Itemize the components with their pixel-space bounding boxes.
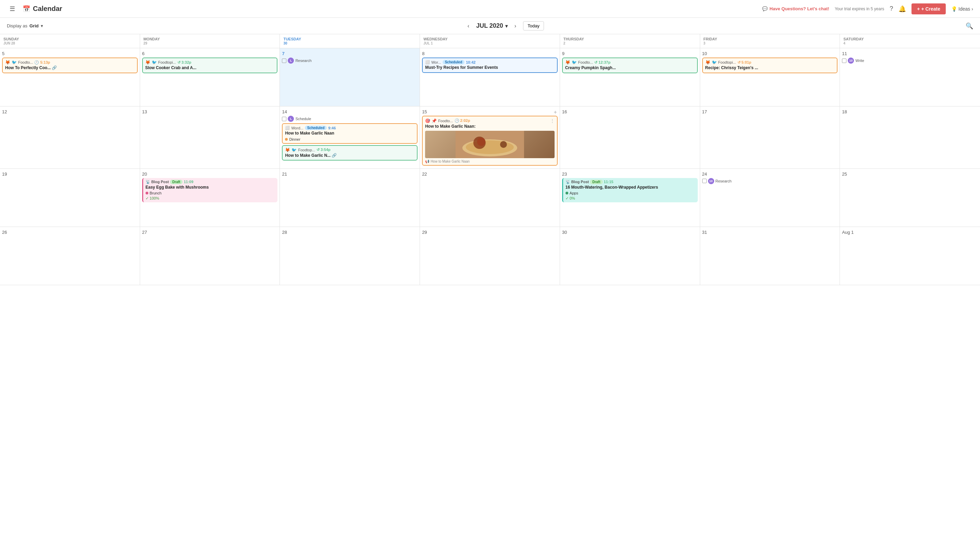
cell-25: 25: [840, 169, 980, 226]
prev-month-button[interactable]: ‹: [465, 21, 472, 30]
cell-23: 23 📡 Blog Post Draft 11:15 16 Mouth-Wate…: [560, 169, 700, 226]
cell-28b: 28: [280, 227, 420, 285]
channel-label: Foodtop...: [298, 148, 315, 152]
calendar-icon: 📅: [23, 5, 30, 13]
event-title: How to Make Garlic Naan:: [425, 124, 554, 130]
header-monday: MONDAY29: [140, 34, 280, 48]
event-how-to-perfectly[interactable]: 🦊 🐦 Foodto... 🕐 5:13p How To Perfectly C…: [2, 57, 138, 73]
bulb-icon: 💡: [951, 6, 957, 11]
event-must-try[interactable]: ⬜ Wor... Scheduled 10:42 Must-Try Recipe…: [422, 57, 557, 73]
cell-20: 20 📡 Blog Post Draft 11:09 Easy Egg Bake…: [140, 169, 280, 226]
week-row-1: 5 🦊 🐦 Foodto... 🕐 5:13p How To Perfectly…: [0, 48, 980, 107]
event-research-2[interactable]: 10 Research: [702, 178, 838, 184]
nav-controls: ‹ JUL 2020 ▾ › Today: [465, 21, 544, 30]
event-slow-cooker[interactable]: 🦊 🐦 Foodtopi... ↺ 3:32p Slow Cooker Crab…: [142, 57, 278, 73]
event-schedule[interactable]: L Schedule: [282, 116, 418, 122]
add-event-plus[interactable]: +: [554, 109, 557, 115]
week-row-4: 26 27 28 29 30 31 Aug 1: [0, 227, 980, 285]
event-title: How to Make Garlic N... 🔗: [285, 153, 414, 159]
event-title: Recipe: Chrissy Teigen's ...: [705, 66, 835, 71]
pin-icon: 📌: [432, 118, 437, 123]
cell-aug1: Aug 1: [840, 227, 980, 285]
fox-icon: 🦊: [5, 60, 10, 65]
naan-promo-text: 📢 How to Make Garlic Naan: [425, 159, 554, 163]
menu-button[interactable]: ☰: [7, 4, 18, 14]
twitter-icon: 🐦: [712, 60, 717, 65]
task-label: Schedule: [295, 117, 311, 121]
task-label: Research: [715, 179, 732, 183]
event-egg-bake[interactable]: 📡 Blog Post Draft 11:09 Easy Egg Bake wi…: [142, 178, 278, 203]
scheduled-badge: Scheduled: [442, 60, 465, 64]
event-research-1[interactable]: L Research: [282, 57, 418, 64]
event-title: How To Perfectly Coo... 🔗: [5, 66, 135, 71]
event-garlic-naan-social[interactable]: 🦊 🐦 Foodtop... ↺ 3:54p How to Make Garli…: [282, 145, 418, 161]
search-icon[interactable]: 🔍: [965, 22, 973, 30]
cell-15: 15 + 🎯 📌 Foodto... 🕑 2:02p ⋮ How to Make…: [420, 107, 560, 168]
wordpress-icon: ⬜: [425, 60, 430, 64]
nav-right: 💬 Have Questions? Let's chat! Your trial…: [762, 3, 973, 15]
cell-14: 14 L Schedule ⬜ Word... Scheduled 9:46 H…: [280, 107, 420, 168]
event-bacon-appetizers[interactable]: 📡 Blog Post Draft 11:15 16 Mouth-Waterin…: [562, 178, 698, 203]
date-27: 27: [142, 230, 278, 235]
scheduled-badge: Scheduled: [305, 126, 327, 130]
checkbox-icon[interactable]: [842, 59, 847, 63]
top-nav: ☰ 📅 Calendar 💬 Have Questions? Let's cha…: [0, 0, 980, 18]
chevron-right-icon: ›: [972, 6, 973, 11]
task-label: Write: [855, 59, 864, 62]
chat-link[interactable]: 💬 Have Questions? Let's chat!: [762, 6, 829, 11]
rss-icon: 📡: [566, 180, 571, 184]
event-chrissy[interactable]: 🦊 🐦 Foodtopi... ↺ 5:01p Recipe: Chrissy …: [702, 57, 838, 73]
cell-fri3: 10 🦊 🐦 Foodtopi... ↺ 5:01p Recipe: Chris…: [700, 48, 840, 106]
date-31: 31: [702, 230, 838, 235]
date-15: 15: [422, 109, 557, 114]
fox-icon: 🦊: [705, 60, 710, 65]
notification-icon[interactable]: 🔔: [898, 5, 906, 13]
date-24: 24: [702, 172, 838, 177]
tag-dot: [566, 192, 568, 194]
twitter-icon: 🐦: [291, 148, 297, 152]
help-icon[interactable]: ?: [890, 5, 893, 12]
event-time: 9:46: [328, 126, 336, 130]
checkbox-icon[interactable]: [282, 117, 286, 121]
chevron-down-icon[interactable]: ▾: [41, 23, 43, 28]
event-time: 🕑 2:02p: [455, 118, 470, 123]
date-11: 11: [842, 51, 978, 56]
chat-icon: 💬: [762, 6, 768, 11]
month-chevron-icon[interactable]: ▾: [505, 23, 508, 29]
date-30b: 30: [562, 230, 698, 235]
header-tuesday: TUESDAY30: [280, 34, 420, 48]
event-time: ↺ 12:37p: [594, 60, 610, 65]
more-options-icon[interactable]: ⋮: [550, 118, 554, 123]
date-7: 7: [282, 51, 418, 56]
promo-icon: 📢: [425, 159, 429, 163]
display-as: Display as Grid ▾: [7, 23, 43, 28]
channel-label: Foodto...: [438, 119, 453, 123]
channel-label: Wor...: [431, 60, 441, 64]
today-button[interactable]: Today: [523, 21, 544, 30]
date-26: 26: [2, 230, 138, 235]
next-month-button[interactable]: ›: [512, 21, 519, 30]
app-title: 📅 Calendar: [23, 5, 62, 13]
checkbox-icon[interactable]: [702, 179, 707, 183]
nav-left: ☰ 📅 Calendar: [7, 4, 62, 14]
avatar: L: [288, 116, 294, 122]
header-friday: FRIDAY3: [700, 34, 840, 48]
checkbox-icon[interactable]: [282, 59, 286, 63]
twitter-icon: 🐦: [12, 60, 17, 65]
channel-label: Foodto...: [18, 60, 33, 64]
ideas-button[interactable]: 💡 Ideas ›: [951, 6, 973, 11]
tag-label: Apps: [570, 191, 578, 195]
event-write[interactable]: 10 Write: [842, 57, 978, 64]
header-saturday: SATURDAY4: [840, 34, 980, 48]
apps-tag: Apps: [566, 191, 578, 195]
header-wednesday: WEDNESDAYJul 1: [420, 34, 560, 48]
create-button[interactable]: + + Create: [911, 3, 946, 15]
date-12: 12: [2, 109, 138, 114]
event-garlic-naan-blog[interactable]: ⬜ Word... Scheduled 9:46 How to Make Gar…: [282, 123, 418, 144]
event-title: Creamy Pumpkin Spagh...: [565, 66, 695, 71]
svg-point-4: [477, 138, 485, 146]
event-garlic-naan-featured[interactable]: 🎯 📌 Foodto... 🕑 2:02p ⋮ How to Make Garl…: [422, 116, 557, 166]
task-label: Research: [295, 59, 311, 62]
fox-icon: 🦊: [145, 60, 150, 65]
event-creamy-pumpkin[interactable]: 🦊 🐦 Foodto... ↺ 12:37p Creamy Pumpkin Sp…: [562, 57, 698, 73]
